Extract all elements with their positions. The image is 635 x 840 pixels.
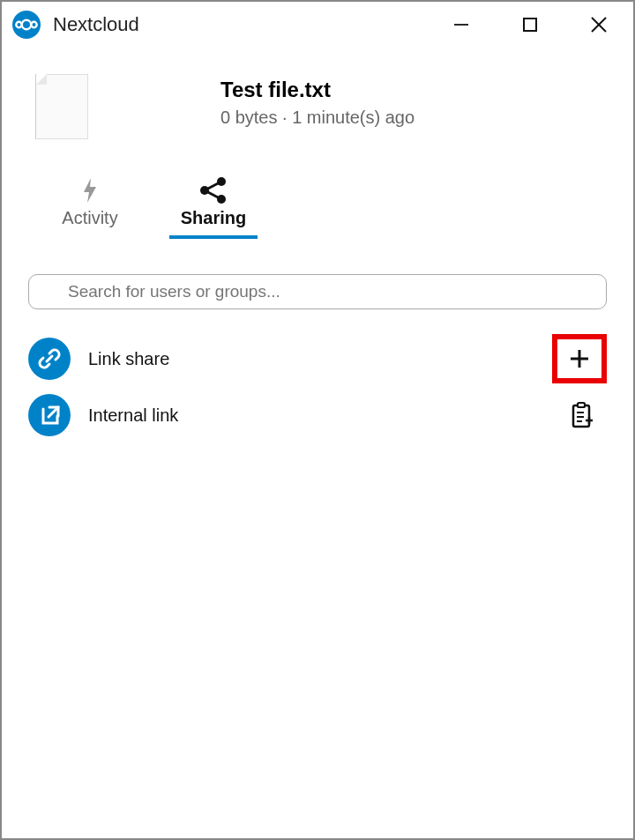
- minimize-icon: [452, 16, 470, 33]
- svg-line-10: [205, 182, 221, 190]
- file-meta: 0 bytes · 1 minute(s) ago: [220, 108, 415, 128]
- add-link-share-button[interactable]: [552, 334, 607, 383]
- file-size: 0 bytes: [220, 108, 277, 127]
- share-row-link: Link share: [28, 331, 607, 387]
- file-header: Test file.txt 0 bytes · 1 minute(s) ago: [28, 48, 607, 157]
- clipboard-icon: [569, 401, 595, 429]
- link-share-label: Link share: [88, 349, 552, 369]
- lightning-icon: [78, 175, 101, 206]
- search-input[interactable]: [28, 274, 607, 309]
- search-section: [28, 239, 607, 325]
- internal-link-label: Internal link: [88, 405, 557, 426]
- content-area: Test file.txt 0 bytes · 1 minute(s) ago …: [2, 48, 633, 443]
- maximize-button[interactable]: [496, 2, 564, 48]
- close-icon: [589, 15, 609, 34]
- svg-rect-18: [578, 403, 585, 407]
- close-button[interactable]: [564, 2, 633, 48]
- window-controls: [427, 2, 633, 48]
- link-icon: [28, 338, 71, 380]
- share-row-internal: Internal link: [28, 387, 607, 443]
- tab-sharing-label: Sharing: [181, 208, 246, 228]
- nextcloud-logo-icon: [12, 11, 41, 39]
- plus-icon: [567, 346, 592, 371]
- file-info: Test file.txt 0 bytes · 1 minute(s) ago: [220, 74, 415, 139]
- tab-activity[interactable]: Activity: [46, 175, 134, 239]
- meta-separator: ·: [277, 108, 292, 127]
- external-link-icon: [28, 394, 71, 436]
- svg-line-11: [205, 190, 221, 199]
- share-icon: [198, 175, 229, 206]
- file-name: Test file.txt: [220, 78, 415, 102]
- maximize-icon: [521, 16, 539, 33]
- svg-point-0: [22, 20, 31, 29]
- app-title: Nextcloud: [53, 13, 427, 36]
- share-list: Link share Internal link: [28, 325, 607, 443]
- svg-point-2: [31, 22, 36, 27]
- file-time: 1 minute(s) ago: [292, 108, 415, 127]
- copy-internal-link-button[interactable]: [557, 390, 607, 440]
- tab-activity-label: Activity: [62, 208, 117, 228]
- minimize-button[interactable]: [427, 2, 496, 48]
- tabs: Activity Sharing: [28, 157, 607, 239]
- file-icon: [35, 74, 88, 139]
- titlebar: Nextcloud: [2, 2, 633, 48]
- tab-sharing[interactable]: Sharing: [169, 175, 258, 239]
- svg-point-1: [16, 22, 21, 27]
- svg-rect-4: [524, 19, 536, 31]
